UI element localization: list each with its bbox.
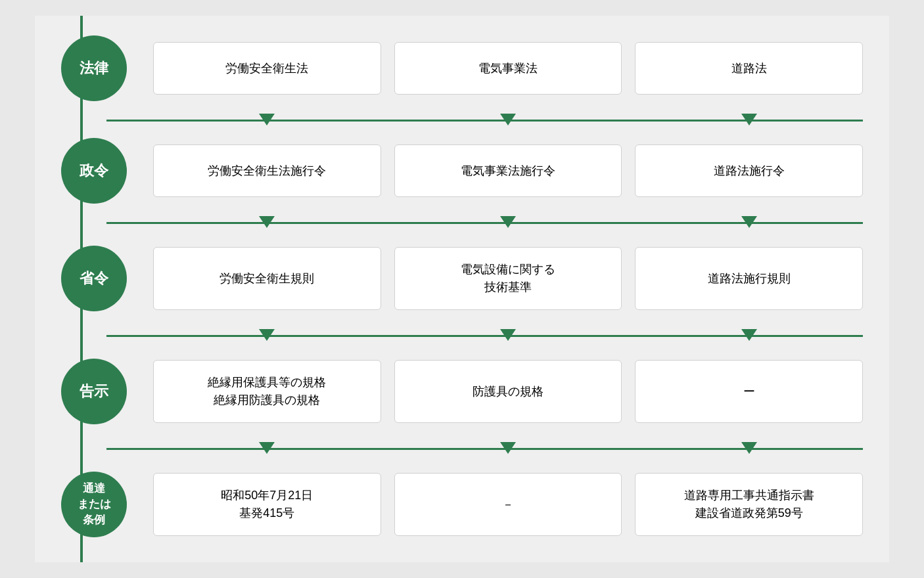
card-kokuji-2: 防護具の規格: [394, 360, 622, 423]
card-houritsu-3: 道路法: [635, 42, 863, 95]
card-shourei-2: 電気設備に関する 技術基準: [394, 247, 622, 310]
cards-houritsu: 労働安全衛生法 電気事業法 道路法: [153, 29, 863, 108]
card-houritsu-2: 電気事業法: [394, 42, 622, 95]
arrow-row-2: [61, 210, 863, 234]
arrow-down-3-1: [259, 329, 275, 341]
arrow-down-1-3: [741, 114, 757, 125]
row-shourei: 省令 労働安全衛生規則 電気設備に関する 技術基準 道路法施行規則: [61, 234, 863, 323]
circle-kokuji: 告示: [61, 359, 127, 424]
arrow-row-4: [61, 436, 863, 460]
arrows-area-3: [153, 329, 863, 341]
arrow-cell-3-2: [394, 329, 622, 341]
circle-tsutatsu: 通達 または 条例: [61, 472, 127, 537]
cards-shourei: 労働安全衛生規則 電気設備に関する 技術基準 道路法施行規則: [153, 234, 863, 323]
card-shourei-1: 労働安全衛生規則: [153, 247, 381, 310]
arrow-cell-2-1: [153, 216, 381, 228]
arrow-cell-2-3: [635, 216, 863, 228]
circle-shourei: 省令: [61, 246, 127, 311]
row-kokuji: 告示 絶縁用保護具等の規格 絶縁用防護具の規格 防護具の規格 ー: [61, 347, 863, 436]
cards-seirei: 労働安全衛生法施行令 電気事業法施行令 道路法施行令: [153, 131, 863, 210]
arrow-down-4-2: [500, 442, 516, 454]
arrows-area-4: [153, 442, 863, 454]
arrow-down-3-2: [500, 329, 516, 341]
arrow-down-2-2: [500, 216, 516, 228]
circle-seirei: 政令: [61, 138, 127, 204]
arrow-cell-1-2: [394, 114, 622, 125]
cards-kokuji: 絶縁用保護具等の規格 絶縁用防護具の規格 防護具の規格 ー: [153, 347, 863, 436]
card-kokuji-3: ー: [635, 360, 863, 423]
arrow-down-1-2: [500, 114, 516, 125]
arrow-cell-1-1: [153, 114, 381, 125]
arrow-down-1-1: [259, 114, 275, 125]
card-tsutatsu-1: 昭和50年7月21日 基発415号: [153, 473, 381, 536]
circle-houritsu: 法律: [61, 35, 127, 101]
arrow-cell-4-1: [153, 442, 381, 454]
arrow-down-2-1: [259, 216, 275, 228]
arrow-cell-4-2: [394, 442, 622, 454]
card-tsutatsu-3: 道路専用工事共通指示書 建設省道政発第59号: [635, 473, 863, 536]
arrow-cell-1-3: [635, 114, 863, 125]
arrows-area-2: [153, 216, 863, 228]
arrow-down-4-3: [741, 442, 757, 454]
arrow-down-4-1: [259, 442, 275, 454]
card-seirei-2: 電気事業法施行令: [394, 144, 622, 197]
arrow-cell-2-2: [394, 216, 622, 228]
arrow-cell-3-1: [153, 329, 381, 341]
arrow-down-3-3: [741, 329, 757, 341]
arrow-cell-4-3: [635, 442, 863, 454]
arrow-cell-3-3: [635, 329, 863, 341]
row-houritsu: 法律 労働安全衛生法 電気事業法 道路法: [61, 29, 863, 108]
row-tsutatsu: 通達 または 条例 昭和50年7月21日 基発415号 － 道路専用工事共通指示…: [61, 460, 863, 549]
arrow-row-3: [61, 323, 863, 347]
card-kokuji-1: 絶縁用保護具等の規格 絶縁用防護具の規格: [153, 360, 381, 423]
card-seirei-3: 道路法施行令: [635, 144, 863, 197]
arrow-row-1: [61, 108, 863, 131]
card-houritsu-1: 労働安全衛生法: [153, 42, 381, 95]
diagram: 法律 労働安全衛生法 電気事業法 道路法 政令 労働安全衛生法施行令: [35, 16, 889, 562]
cards-tsutatsu: 昭和50年7月21日 基発415号 － 道路専用工事共通指示書 建設省道政発第5…: [153, 460, 863, 549]
row-seirei: 政令 労働安全衛生法施行令 電気事業法施行令 道路法施行令: [61, 131, 863, 210]
card-seirei-1: 労働安全衛生法施行令: [153, 144, 381, 197]
card-shourei-3: 道路法施行規則: [635, 247, 863, 310]
arrows-area-1: [153, 114, 863, 125]
card-tsutatsu-2: －: [394, 473, 622, 536]
arrow-down-2-3: [741, 216, 757, 228]
